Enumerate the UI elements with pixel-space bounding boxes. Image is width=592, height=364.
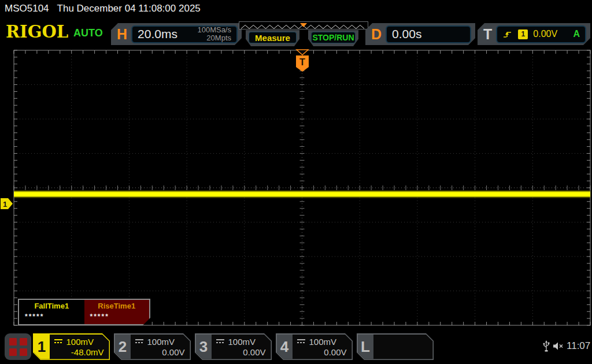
trigger-key-label: T [478,26,496,43]
sample-rate: 100MSa/s [197,26,231,34]
horizontal-key-label: H [111,26,131,43]
channel-3-scale: 100mV [228,337,256,347]
rigol-logo: RIGOL [6,22,68,42]
falltime-value: ***** [19,310,84,321]
measurement-falltime[interactable]: FallTime1 ***** [19,300,84,324]
channel-4-offset: 0.00V [324,347,346,357]
menu-grid-icon [9,338,27,356]
horizontal-settings-button[interactable]: H 20.0ms 100MSa/s 20Mpts [111,23,242,45]
trigger-source-badge: 1 [518,29,528,39]
measurement-risetime[interactable]: RiseTime1 ***** [84,300,150,324]
model-name: MSO5104 [5,3,49,14]
logic-channel-numbers: 0 1 2 3 4 5 6 7 8 9 1011 12131415 [379,337,433,364]
measurement-panel: FallTime1 ***** RiseTime1 ***** [18,299,150,325]
measure-button-label: Measure [255,33,290,43]
delay-value: 0.00s [392,27,421,41]
trigger-settings-button[interactable]: T 1 0.00V A [478,23,590,45]
delay-key-label: D [365,26,386,43]
menu-button[interactable] [5,333,31,360]
channel-1-scale: 100mV [66,337,94,347]
channel-3-button[interactable]: 3 100mV 0.00V [195,333,272,360]
waveform-display: T 1 [0,49,592,328]
delay-box: 0.00s [386,25,471,43]
channel-3-offset: 0.00V [243,347,265,357]
channel-2-scale: 100mV [147,337,175,347]
trigger-position-marker[interactable]: T [296,50,309,72]
risetime-value: ***** [84,310,150,321]
stop-run-button-label: STOP/RUN [312,33,354,42]
dc-coupling-icon [54,339,63,344]
timebase-value: 20.0ms [138,27,177,41]
datetime: Thu December 04 11:08:00 2025 [57,3,201,14]
logic-channels-button[interactable]: L 0 1 2 3 4 5 6 7 8 9 1011 12131415 [357,333,434,360]
system-clock: 11:07 [567,340,590,352]
dc-coupling-icon [297,339,306,344]
ch1-level-marker[interactable]: 1 [1,198,13,209]
ch1-marker-label: 1 [3,200,7,209]
trigger-mode-label: A [573,29,580,39]
dc-coupling-icon [216,339,225,344]
trigger-status-label: AUTO [73,27,103,39]
trigger-box: 1 0.00V A [496,25,586,43]
waveform-overview-strip[interactable] [239,21,368,29]
acquisition-info: 100MSa/s 20Mpts [197,26,231,42]
channel-2-offset: 0.00V [162,347,184,357]
ch1-trace [14,192,590,196]
trigger-level-value: 0.00V [533,29,557,39]
measure-button[interactable]: Measure [246,30,299,46]
trigger-marker-label: T [299,57,305,67]
stop-run-button[interactable]: STOP/RUN [308,30,358,46]
usb-icon [542,340,550,352]
delay-settings-button[interactable]: D 0.00s [365,23,475,45]
oscilloscope-screen: MSO5104Thu December 04 11:08:00 2025 RIG… [0,0,592,364]
memory-depth: 20Mpts [197,34,231,42]
dc-coupling-icon [135,339,144,344]
speaker-muted-icon [553,341,564,351]
falltime-label: FallTime1 [19,302,84,310]
channel-1-button[interactable]: 1 100mV -48.0mV [33,333,110,360]
status-bar: MSO5104Thu December 04 11:08:00 2025 [5,3,201,14]
channel-4-scale: 100mV [309,337,337,347]
channel-2-button[interactable]: 2 100mV 0.00V [114,333,191,360]
channel-4-button[interactable]: 4 100mV 0.00V [276,333,353,360]
channel-1-offset: -48.0mV [71,347,104,357]
trigger-slope-icon [502,29,513,39]
overview-waveform-icon [239,23,368,30]
timebase-box: 20.0ms 100MSa/s 20Mpts [131,25,238,43]
risetime-label: RiseTime1 [84,302,150,310]
